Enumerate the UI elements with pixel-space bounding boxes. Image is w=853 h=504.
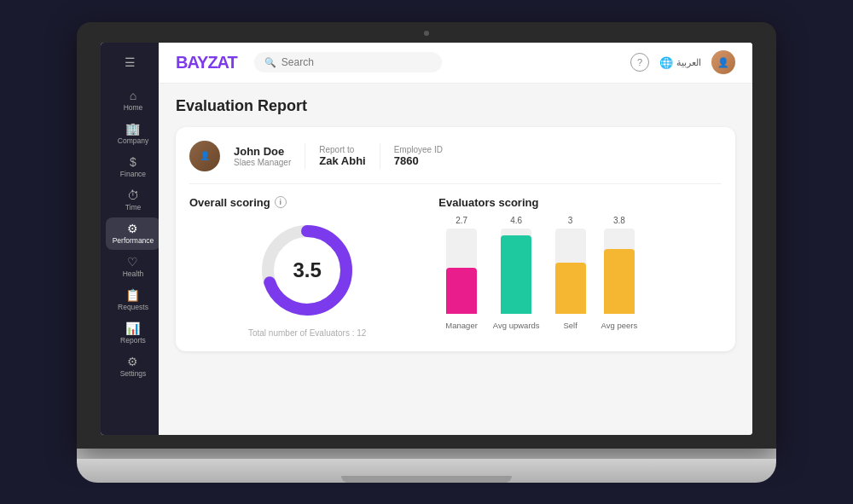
sidebar-label-requests: Requests <box>118 303 148 311</box>
main-content: BAYZAT 🔍 ? 🌐 العربية <box>159 43 752 435</box>
charts-row: Overall scoring i <box>189 196 722 338</box>
report-to-field: Report to Zak Abhi <box>319 145 365 167</box>
sidebar-label-finance: Finance <box>120 170 146 178</box>
bar-chart: 2.7 Manager 4.6 Avg upwards 3 Self 3.8 A… <box>438 219 722 330</box>
bar-fill <box>604 249 635 314</box>
bar-group-manager: 2.7 Manager <box>445 216 478 330</box>
employee-info: John Doe Slaes Manager <box>234 145 291 167</box>
bar-value-self: 3 <box>568 216 573 225</box>
topnav-right: ? 🌐 العربية 👤 <box>630 50 735 74</box>
bar-value-avg-peers: 3.8 <box>613 216 625 225</box>
sidebar: ☰ ⌂ Home 🏢 Company $ Finance ⏱ Time ⚙ Pe… <box>101 43 159 435</box>
avatar-image: 👤 <box>711 50 735 74</box>
laptop-hinge <box>77 449 776 459</box>
sidebar-item-health[interactable]: ♡ Health <box>106 251 161 283</box>
evaluation-card: 👤 John Doe Slaes Manager Report to Zak A… <box>176 127 735 351</box>
camera-dot <box>424 31 429 36</box>
lang-label: العربية <box>676 57 701 68</box>
employee-avatar: 👤 <box>189 141 220 171</box>
sidebar-item-home[interactable]: ⌂ Home <box>106 84 161 117</box>
hamburger-menu[interactable]: ☰ <box>121 53 139 72</box>
donut-score: 3.5 <box>293 258 321 282</box>
sidebar-label-health: Health <box>123 269 144 278</box>
employee-name: John Doe <box>234 145 291 158</box>
bar-track <box>501 229 531 314</box>
bar-group-avg-peers: 3.8 Avg peers <box>601 216 638 330</box>
sidebar-icon-health: ♡ <box>127 256 138 268</box>
employee-id-field: Employee ID 7860 <box>394 145 443 167</box>
sidebar-item-requests[interactable]: 📋 Requests <box>106 284 161 316</box>
sidebar-icon-reports: 📊 <box>125 322 140 334</box>
sidebar-item-performance[interactable]: ⚙ Performance <box>106 217 161 250</box>
bar-group-self: 3 Self <box>555 216 586 330</box>
sidebar-icon-finance: $ <box>130 156 136 168</box>
laptop-screen: ☰ ⌂ Home 🏢 Company $ Finance ⏱ Time ⚙ Pe… <box>101 43 752 435</box>
bar-label-avg-upwards: Avg upwards <box>493 321 540 330</box>
sidebar-icon-time: ⏱ <box>127 189 139 201</box>
donut-wrap: 3.5 <box>256 219 358 322</box>
info-icon[interactable]: i <box>275 196 287 208</box>
bar-fill <box>446 268 477 314</box>
employee-id-value: 7860 <box>394 154 443 167</box>
employee-row: 👤 John Doe Slaes Manager Report to Zak A… <box>189 141 722 184</box>
evaluators-scoring-section: Evaluators scoring 2.7 Manager 4.6 Avg u… <box>438 196 722 330</box>
sidebar-icon-home: ⌂ <box>130 90 136 101</box>
divider-2 <box>380 143 380 169</box>
donut-footer: Total number of Evaluators : 12 <box>248 328 366 338</box>
bar-label-self: Self <box>563 321 577 330</box>
sidebar-icon-company: 🏢 <box>125 123 140 135</box>
bar-value-manager: 2.7 <box>456 216 467 225</box>
sidebar-label-settings: Settings <box>120 369 147 378</box>
help-icon[interactable]: ? <box>630 53 649 72</box>
sidebar-item-company[interactable]: 🏢 Company <box>106 118 161 150</box>
bar-track <box>446 229 477 314</box>
donut-container: 3.5 Total number of Evaluators : 12 <box>189 219 425 338</box>
sidebar-item-settings[interactable]: ⚙ Settings <box>106 350 161 383</box>
bar-fill <box>501 235 531 314</box>
page-title: Evaluation Report <box>176 97 735 115</box>
bar-fill <box>555 263 586 314</box>
divider-1 <box>305 143 305 169</box>
overall-scoring-section: Overall scoring i <box>189 196 425 338</box>
page-content: Evaluation Report 👤 John Doe Slaes Manag… <box>159 84 752 435</box>
sidebar-icon-performance: ⚙ <box>127 223 138 235</box>
bar-label-avg-peers: Avg peers <box>601 321 638 330</box>
bar-track <box>555 229 586 314</box>
employee-id-label: Employee ID <box>394 145 443 154</box>
sidebar-label-time: Time <box>125 203 142 211</box>
evaluators-scoring-title: Evaluators scoring <box>438 196 722 209</box>
sidebar-icon-requests: 📋 <box>125 289 140 301</box>
sidebar-item-reports[interactable]: 📊 Reports <box>106 317 161 350</box>
top-nav: BAYZAT 🔍 ? 🌐 العربية <box>159 43 752 84</box>
sidebar-item-time[interactable]: ⏱ Time <box>106 184 161 217</box>
search-input[interactable] <box>281 56 432 68</box>
laptop-screen-bezel: ☰ ⌂ Home 🏢 Company $ Finance ⏱ Time ⚙ Pe… <box>77 22 776 449</box>
bar-track <box>604 229 635 314</box>
employee-title: Slaes Manager <box>234 158 291 167</box>
sidebar-label-reports: Reports <box>120 336 146 345</box>
bar-label-manager: Manager <box>445 321 478 330</box>
sidebar-label-performance: Performance <box>113 236 154 245</box>
sidebar-item-finance[interactable]: $ Finance <box>106 151 161 183</box>
avatar[interactable]: 👤 <box>711 50 735 74</box>
sidebar-label-home: Home <box>124 103 143 112</box>
bar-value-avg-upwards: 4.6 <box>510 216 522 225</box>
bar-group-avg-upwards: 4.6 Avg upwards <box>493 216 540 330</box>
lang-switcher[interactable]: 🌐 العربية <box>659 56 701 69</box>
globe-icon: 🌐 <box>659 56 673 69</box>
search-bar[interactable]: 🔍 <box>254 52 442 72</box>
report-to-value: Zak Abhi <box>319 154 365 167</box>
laptop-base <box>77 459 776 483</box>
search-icon: 🔍 <box>264 57 276 68</box>
sidebar-icon-settings: ⚙ <box>127 356 138 368</box>
sidebar-label-company: Company <box>118 136 148 145</box>
overall-scoring-title: Overall scoring i <box>189 196 425 209</box>
brand-logo: BAYZAT <box>176 53 237 72</box>
report-to-label: Report to <box>319 145 365 154</box>
